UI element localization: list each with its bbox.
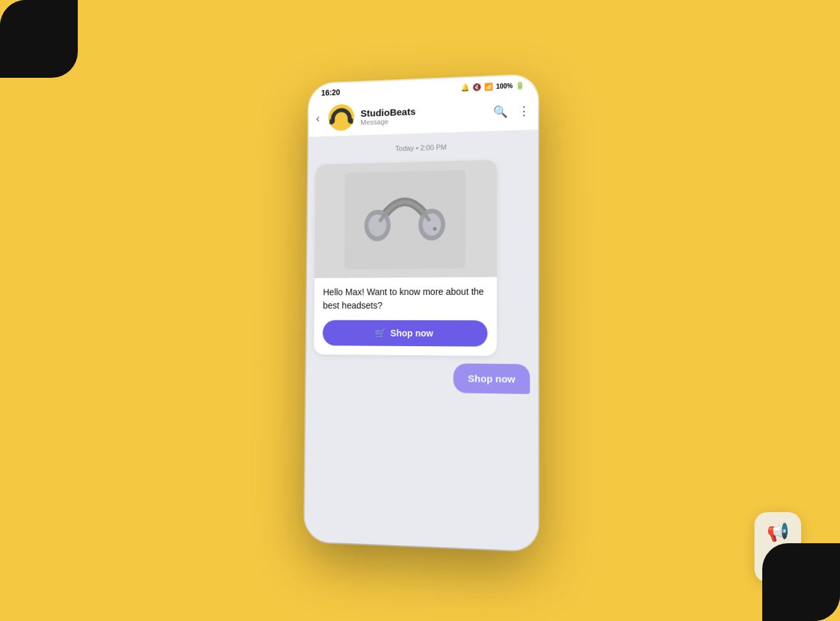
battery-icon: 🔋 (515, 81, 524, 90)
chat-area: Today • 2:00 PM (305, 130, 538, 552)
megaphone-icon[interactable]: 📢 (767, 521, 789, 543)
alarm-icon: 🔔 (461, 83, 470, 91)
mute-icon: 🔇 (472, 82, 482, 91)
more-options-icon[interactable]: ⋮ (518, 104, 530, 119)
corner-decoration-br (769, 550, 840, 621)
phone-mockup: 16:20 🔔 🔇 📶 100% 🔋 ‹ StudioBeats (305, 75, 538, 551)
back-button[interactable]: ‹ (314, 109, 323, 127)
wifi-icon: 📶 (484, 82, 493, 91)
received-message: Hello Max! Want to know more about the b… (314, 160, 496, 357)
message-text: Hello Max! Want to know more about the b… (314, 277, 496, 320)
message-card: Hello Max! Want to know more about the b… (314, 160, 496, 357)
avatar (328, 104, 354, 131)
status-icons: 🔔 🔇 📶 100% 🔋 (461, 81, 524, 92)
floating-panel: 📢 💬 (754, 512, 801, 582)
svg-rect-1 (349, 119, 353, 124)
headphone-product-image (344, 169, 465, 270)
search-icon[interactable]: 🔍 (493, 104, 508, 119)
chat-icon[interactable]: 💬 (767, 552, 789, 573)
battery-label: 100% (496, 82, 513, 89)
basket-icon: 🛒 (375, 328, 386, 338)
shop-now-label-received: Shop now (390, 328, 433, 338)
contact-info: StudioBeats Message (360, 103, 487, 126)
sent-message: Shop now (454, 364, 530, 394)
header-actions: 🔍 ⋮ (493, 104, 530, 119)
corner-decoration-tl (0, 0, 71, 71)
avatar-headphone-icon (328, 79, 355, 156)
shop-now-bubble-sent[interactable]: Shop now (454, 364, 530, 394)
svg-rect-2 (344, 170, 465, 269)
svg-rect-0 (329, 119, 333, 124)
phone-frame: 16:20 🔔 🔇 📶 100% 🔋 ‹ StudioBeats (305, 75, 538, 551)
shop-now-button-received[interactable]: 🛒 Shop now (323, 320, 487, 347)
product-image (314, 160, 496, 279)
